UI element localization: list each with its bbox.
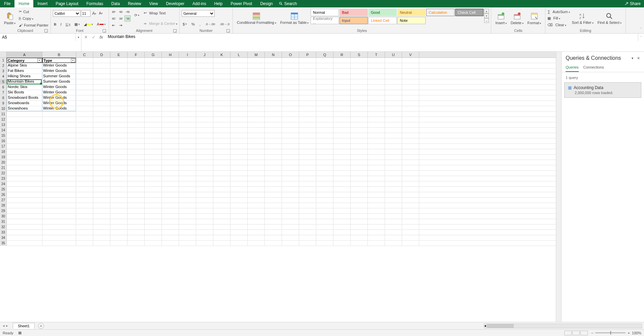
cell-J22[interactable]	[196, 171, 213, 176]
cell-R14[interactable]	[333, 128, 351, 133]
cell-M2[interactable]	[248, 63, 265, 68]
tab-power-pivot[interactable]: Power Pivot	[226, 0, 256, 7]
font-size-input[interactable]	[81, 10, 91, 17]
cell-L35[interactable]	[230, 241, 248, 246]
style-good[interactable]: Good	[368, 9, 397, 16]
cell-R8[interactable]	[333, 95, 351, 100]
cell-L33[interactable]	[230, 230, 248, 235]
cell-A5[interactable]: Mountain Bikes	[7, 79, 42, 84]
cell-R7[interactable]	[333, 90, 351, 95]
accept-formula-button[interactable]: ✓	[92, 34, 96, 41]
cell-O15[interactable]	[282, 133, 299, 138]
cell-E24[interactable]	[110, 181, 128, 186]
cell-K15[interactable]	[213, 133, 230, 138]
cell-V1[interactable]	[402, 58, 419, 63]
cell-J3[interactable]	[196, 69, 213, 74]
cell-P21[interactable]	[299, 165, 316, 170]
cell-B33[interactable]	[42, 230, 76, 235]
cell-A14[interactable]	[7, 128, 42, 133]
cell-G32[interactable]	[145, 224, 162, 229]
cell-K13[interactable]	[213, 122, 230, 127]
cell-styles-gallery[interactable]: NormalBadGoodNeutralCalculationCheck Cel…	[311, 9, 484, 28]
cell-M14[interactable]	[248, 128, 265, 133]
cell-L27[interactable]	[230, 198, 248, 203]
cell-A20[interactable]	[7, 160, 42, 165]
cell-E5[interactable]	[110, 79, 128, 84]
row-header-22[interactable]: 22	[0, 171, 7, 176]
cell-A7[interactable]: Ski Boots	[7, 90, 42, 95]
cell-K23[interactable]	[213, 176, 230, 181]
cell-I35[interactable]	[179, 241, 196, 246]
cell-M11[interactable]	[248, 112, 265, 117]
cell-E23[interactable]	[110, 176, 128, 181]
cell-D34[interactable]	[93, 235, 110, 240]
cell-U29[interactable]	[385, 208, 402, 213]
cell-D1[interactable]	[93, 58, 110, 63]
cell-B6[interactable]: Winter Goods	[42, 85, 76, 90]
queries-tab-queries[interactable]: Queries	[566, 63, 579, 72]
cell-N20[interactable]	[265, 160, 282, 165]
cell-Q6[interactable]	[316, 85, 333, 90]
cell-I1[interactable]	[179, 58, 196, 63]
cell-I21[interactable]	[179, 165, 196, 170]
cell-G34[interactable]	[145, 235, 162, 240]
cell-C31[interactable]	[76, 219, 93, 224]
cell-L30[interactable]	[230, 214, 248, 219]
cell-C29[interactable]	[76, 208, 93, 213]
cell-L1[interactable]	[230, 58, 248, 63]
cell-V5[interactable]	[402, 79, 419, 84]
cell-U26[interactable]	[385, 192, 402, 197]
cell-R10[interactable]	[333, 106, 351, 111]
cell-V8[interactable]	[402, 95, 419, 100]
cell-J18[interactable]	[196, 149, 213, 154]
cell-J4[interactable]	[196, 74, 213, 79]
col-header-K[interactable]: K	[213, 52, 230, 57]
cell-J31[interactable]	[196, 219, 213, 224]
cell-K34[interactable]	[213, 235, 230, 240]
cell-A34[interactable]	[7, 235, 42, 240]
name-box-dropdown[interactable]: ▾	[75, 34, 81, 41]
gallery-scroll[interactable]: ▴▾⌄	[484, 9, 489, 28]
cell-U16[interactable]	[385, 138, 402, 143]
cell-B11[interactable]	[42, 112, 76, 117]
macro-record-icon[interactable]: ▦	[18, 331, 22, 335]
cell-C23[interactable]	[76, 176, 93, 181]
cell-D14[interactable]	[93, 128, 110, 133]
sheet-nav[interactable]: ◂▸	[0, 324, 11, 328]
cell-R22[interactable]	[333, 171, 351, 176]
cell-L26[interactable]	[230, 192, 248, 197]
row-header-27[interactable]: 27	[0, 198, 7, 203]
cell-E6[interactable]	[110, 85, 128, 90]
cell-S5[interactable]	[351, 79, 368, 84]
cell-T9[interactable]	[368, 101, 385, 106]
cell-O16[interactable]	[282, 138, 299, 143]
cell-A19[interactable]	[7, 155, 42, 160]
cell-T26[interactable]	[368, 192, 385, 197]
cell-P35[interactable]	[299, 241, 316, 246]
cell-N16[interactable]	[265, 138, 282, 143]
cell-H2[interactable]	[162, 63, 179, 68]
cell-O35[interactable]	[282, 241, 299, 246]
cell-M35[interactable]	[248, 241, 265, 246]
cell-L21[interactable]	[230, 165, 248, 170]
row-header-21[interactable]: 21	[0, 165, 7, 170]
row-header-9[interactable]: 9	[0, 101, 7, 106]
cell-F10[interactable]	[128, 106, 145, 111]
cell-A23[interactable]	[7, 176, 42, 181]
row-header-6[interactable]: 6	[0, 85, 7, 90]
cell-L18[interactable]	[230, 149, 248, 154]
row-header-32[interactable]: 32	[0, 224, 7, 229]
cell-D12[interactable]	[93, 117, 110, 122]
cell-M10[interactable]	[248, 106, 265, 111]
cell-G13[interactable]	[145, 122, 162, 127]
col-header-F[interactable]: F	[128, 52, 145, 57]
cell-F16[interactable]	[128, 138, 145, 143]
cell-O28[interactable]	[282, 203, 299, 208]
cell-T18[interactable]	[368, 149, 385, 154]
cell-J13[interactable]	[196, 122, 213, 127]
cell-B9[interactable]: Winter Goods	[42, 101, 76, 106]
cell-T12[interactable]	[368, 117, 385, 122]
worksheet-grid[interactable]: ABCDEFGHIJKLMNOPQRSTUV 1Category▾Type▾2A…	[0, 52, 556, 322]
cell-R2[interactable]	[333, 63, 351, 68]
cell-K31[interactable]	[213, 219, 230, 224]
